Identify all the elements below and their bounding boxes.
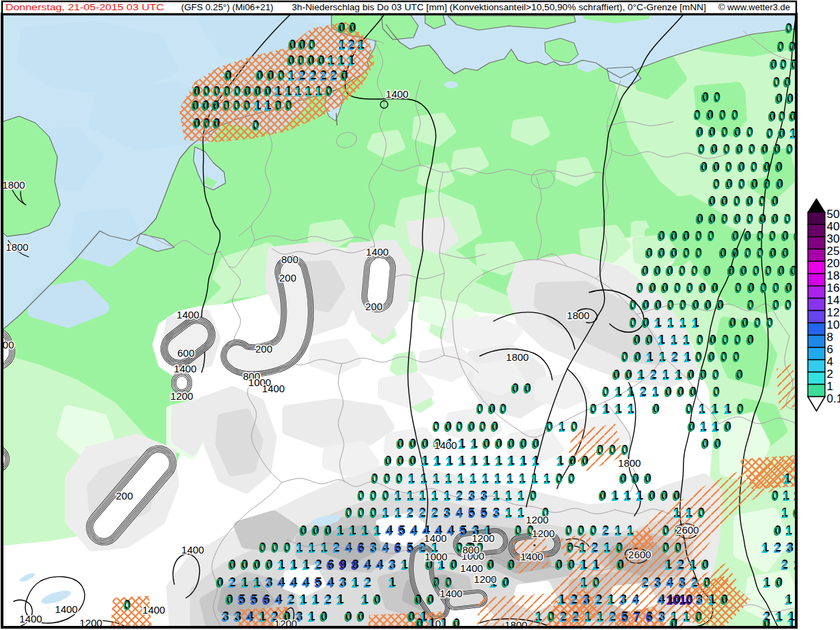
svg-text:5: 5 xyxy=(397,525,404,538)
svg-text:1: 1 xyxy=(240,577,247,590)
svg-text:0: 0 xyxy=(768,111,774,124)
svg-text:0: 0 xyxy=(772,143,779,157)
svg-text:800: 800 xyxy=(281,254,298,265)
svg-text:0: 0 xyxy=(531,438,538,452)
svg-text:1: 1 xyxy=(635,490,642,504)
svg-text:0: 0 xyxy=(432,577,439,590)
svg-text:0: 0 xyxy=(311,525,318,538)
svg-text:0: 0 xyxy=(696,334,703,348)
svg-text:0: 0 xyxy=(657,247,664,261)
svg-text:0: 0 xyxy=(266,70,273,83)
svg-text:1: 1 xyxy=(579,559,586,573)
svg-text:1: 1 xyxy=(481,473,488,487)
svg-text:1200: 1200 xyxy=(526,514,548,525)
svg-text:4: 4 xyxy=(385,525,392,538)
svg-text:2: 2 xyxy=(690,577,697,590)
svg-text:1: 1 xyxy=(606,594,613,607)
svg-text:2: 2 xyxy=(308,70,315,83)
svg-text:0: 0 xyxy=(598,490,605,504)
svg-text:0: 0 xyxy=(666,299,673,313)
svg-text:0: 0 xyxy=(348,22,355,36)
svg-text:6: 6 xyxy=(645,611,652,625)
svg-text:1: 1 xyxy=(360,525,367,538)
svg-text:1: 1 xyxy=(287,70,294,83)
svg-text:3: 3 xyxy=(443,507,450,521)
svg-text:0: 0 xyxy=(629,299,636,313)
svg-text:20: 20 xyxy=(827,257,840,270)
svg-text:0: 0 xyxy=(252,120,258,133)
svg-text:1: 1 xyxy=(347,55,353,68)
svg-text:1: 1 xyxy=(469,473,476,487)
svg-text:0: 0 xyxy=(762,161,769,175)
svg-text:0: 0 xyxy=(657,230,664,244)
svg-text:1400: 1400 xyxy=(55,603,77,615)
svg-text:0: 0 xyxy=(744,247,750,261)
svg-text:1: 1 xyxy=(357,39,364,53)
svg-text:6: 6 xyxy=(827,343,833,356)
svg-text:0: 0 xyxy=(712,386,719,400)
svg-text:0: 0 xyxy=(662,525,668,538)
svg-text:2: 2 xyxy=(418,507,425,521)
svg-text:1: 1 xyxy=(673,507,679,521)
svg-text:0: 0 xyxy=(356,611,363,625)
svg-text:0: 0 xyxy=(701,438,707,452)
svg-text:1: 1 xyxy=(394,490,401,504)
svg-text:18: 18 xyxy=(827,269,840,282)
svg-text:0: 0 xyxy=(201,100,208,113)
svg-text:0: 0 xyxy=(699,369,705,383)
svg-text:0: 0 xyxy=(784,282,791,296)
svg-text:6: 6 xyxy=(357,542,364,556)
svg-text:0: 0 xyxy=(212,118,219,131)
svg-text:1: 1 xyxy=(543,473,550,487)
svg-text:1000: 1000 xyxy=(424,551,447,562)
svg-text:0: 0 xyxy=(746,299,753,313)
svg-text:0: 0 xyxy=(789,265,796,279)
svg-text:8: 8 xyxy=(827,331,833,344)
svg-text:1: 1 xyxy=(308,542,314,556)
svg-text:1: 1 xyxy=(482,455,489,469)
svg-text:1800: 1800 xyxy=(2,179,25,191)
svg-text:0: 0 xyxy=(369,490,376,504)
svg-text:0: 0 xyxy=(669,230,676,244)
svg-text:0: 0 xyxy=(707,195,714,209)
svg-text:0: 0 xyxy=(123,599,130,613)
svg-text:0: 0 xyxy=(724,161,731,175)
svg-text:1: 1 xyxy=(307,611,314,625)
svg-text:0: 0 xyxy=(695,126,702,140)
svg-text:0: 0 xyxy=(344,507,351,521)
svg-text:2: 2 xyxy=(228,577,234,590)
svg-text:0: 0 xyxy=(323,525,330,538)
svg-text:0: 0 xyxy=(688,386,695,400)
svg-text:2: 2 xyxy=(676,559,683,573)
svg-text:1: 1 xyxy=(314,85,321,99)
svg-text:0: 0 xyxy=(252,559,259,573)
svg-text:0: 0 xyxy=(519,438,526,452)
svg-text:0: 0 xyxy=(766,317,772,331)
svg-text:0: 0 xyxy=(774,577,781,590)
svg-text:1: 1 xyxy=(591,559,598,573)
svg-text:1400: 1400 xyxy=(174,363,196,374)
svg-text:5: 5 xyxy=(480,507,487,521)
svg-text:1: 1 xyxy=(558,421,565,435)
svg-text:1: 1 xyxy=(783,473,789,487)
svg-text:0: 0 xyxy=(395,473,402,487)
svg-text:0: 0 xyxy=(357,507,364,521)
svg-text:1800: 1800 xyxy=(5,241,28,253)
svg-text:1: 1 xyxy=(277,559,284,573)
svg-text:0: 0 xyxy=(707,230,714,244)
svg-text:1: 1 xyxy=(299,594,306,607)
svg-text:0: 0 xyxy=(240,559,247,573)
svg-text:0: 0 xyxy=(769,59,776,72)
svg-text:1400: 1400 xyxy=(181,544,204,556)
svg-text:0: 0 xyxy=(631,473,638,487)
svg-text:0: 0 xyxy=(737,178,744,192)
svg-text:0: 0 xyxy=(701,92,707,105)
svg-text:2: 2 xyxy=(594,594,601,607)
svg-text:0: 0 xyxy=(783,77,789,90)
svg-text:1: 1 xyxy=(627,403,634,417)
svg-text:0: 0 xyxy=(752,265,759,279)
svg-text:3: 3 xyxy=(338,577,345,590)
svg-text:0: 0 xyxy=(785,23,791,36)
svg-text:0: 0 xyxy=(679,299,686,313)
svg-text:0: 0 xyxy=(643,473,650,487)
